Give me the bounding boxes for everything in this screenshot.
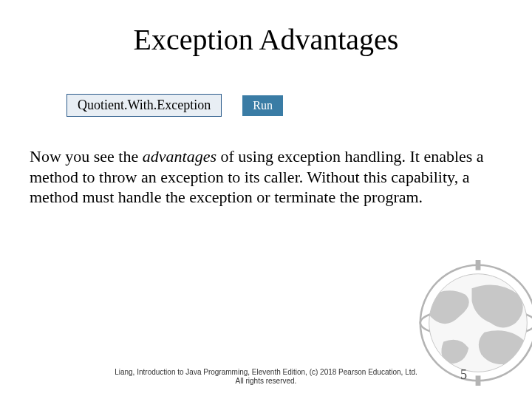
body-paragraph: Now you see the advantages of using exce… <box>30 146 502 208</box>
body-seg1: Now you see the <box>30 147 143 166</box>
button-row: Quotient.With.Exception Run <box>66 94 510 117</box>
globe-icon <box>415 260 532 386</box>
slide-title: Exception Advantages <box>22 22 510 57</box>
svg-rect-4 <box>476 260 481 270</box>
footer-line2: All rights reserved. <box>0 377 532 386</box>
footer: Liang, Introduction to Java Programming,… <box>0 368 532 386</box>
body-italic: advantages <box>143 147 216 166</box>
run-button[interactable]: Run <box>242 95 283 116</box>
code-example-button[interactable]: Quotient.With.Exception <box>66 94 222 117</box>
footer-line1: Liang, Introduction to Java Programming,… <box>0 368 532 377</box>
slide: Exception Advantages Quotient.With.Excep… <box>0 0 532 399</box>
